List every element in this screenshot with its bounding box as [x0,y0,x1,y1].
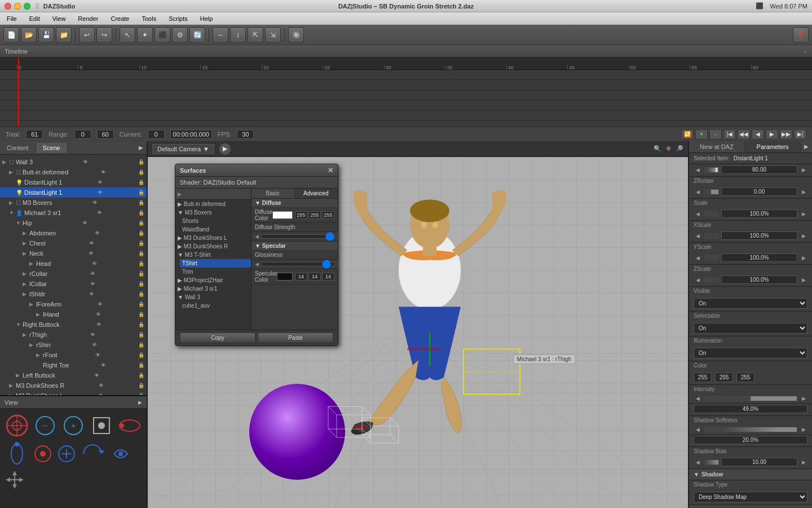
surf-tree-waistband[interactable]: WaistBand [180,225,251,234]
surf-tree-michael[interactable]: ▶ Michael 3 sr1 [175,284,251,293]
orbit-gizmo[interactable] [117,413,142,438]
tab-scene[interactable]: Scene [36,143,68,153]
visibility-icon[interactable]: 👁 [98,190,103,195]
toolbar-render[interactable]: 🔘 [288,27,304,43]
tree-rthigh[interactable]: ▶ rThigh 👁 🔒 [0,330,147,340]
tree-m3boxers[interactable]: ▶ ☐ M3 Boxers 👁 🔒 [0,198,147,208]
frame-gizmo[interactable] [89,413,114,438]
range-end[interactable]: 60 [97,130,114,139]
visibility-icon[interactable]: 👁 [90,271,95,277]
glossiness-value[interactable] [337,261,338,268]
zoom-icon[interactable]: 🔎 [676,145,683,152]
orbit-gizmo2[interactable] [5,441,29,466]
specular-color-swatch[interactable] [277,273,293,281]
rp-shadow-bias-inc[interactable]: ▶ [800,459,807,465]
menu-help[interactable]: Help [198,15,215,22]
surf-diffuse-header[interactable]: ▼ Diffuse [251,199,338,208]
rp-first-slider-dec[interactable]: ◀ [694,167,701,173]
menu-file[interactable]: File [5,15,19,22]
rp-zrotate-value[interactable] [721,187,797,196]
toolbar-move-z[interactable]: ⇱ [248,27,263,43]
tree-neck[interactable]: ▶ Neck 👁 🔒 [0,248,147,259]
timeline-ruler[interactable]: 0 5 10 15 20 25 30 35 40 45 50 55 60 [0,58,812,70]
rotate-axis-gizmo[interactable] [80,441,105,466]
lock-icon[interactable]: 🔒 [138,240,144,246]
surf-tree-cube1[interactable]: cube1_auv [180,301,251,310]
lock-icon[interactable]: 🔒 [138,352,144,358]
total-value[interactable]: 61 [26,130,43,139]
surf-tree-wall3[interactable]: ▼ Wall 3 [175,293,251,301]
visibility-icon[interactable]: 👁 [95,352,100,358]
diffuse-r-input[interactable] [295,211,307,219]
search-icon[interactable]: 🔍 [654,145,661,152]
scale-gizmo[interactable] [56,444,77,464]
surf-tree-shorts[interactable]: Shorts [180,217,251,225]
diffuse-g-input[interactable] [308,211,321,219]
tree-hip[interactable]: ▼ Hip 👁 🔒 [0,218,147,228]
surf-tree-dunkl[interactable]: ▶ M3 DunkShoes L [175,234,251,242]
lock-icon[interactable]: 🔒 [138,342,144,348]
tree-distantlight1-1[interactable]: 💡 DistantLight 1 👁 🔒 [0,177,147,187]
lock-icon[interactable]: 🔒 [138,190,144,195]
rp-illumination-select[interactable]: OnOff [694,348,807,358]
lock-icon[interactable]: 🔒 [138,291,144,297]
surf-tree-butt[interactable]: ▶ Butt-in deformed [175,200,251,208]
rp-yscale-dec[interactable]: ◀ [694,255,701,261]
rp-shadow-softness-slider[interactable] [704,427,797,432]
specular-g-input[interactable] [308,273,321,281]
toolbar-new[interactable]: 📄 [3,27,19,43]
visibility-icon[interactable]: 👁 [92,200,98,205]
lock-icon[interactable]: 🔒 [138,230,144,236]
visibility-icon[interactable]: 👁 [89,240,94,246]
rp-intensity-inc[interactable]: ▶ [800,396,807,401]
rp-shadow-softness-dec[interactable]: ◀ [694,427,701,432]
rp-zscale-slider[interactable] [704,277,719,283]
lock-icon[interactable]: 🔒 [138,159,144,165]
rp-yscale-slider[interactable] [704,255,719,261]
glossiness-range[interactable] [261,262,335,266]
fps-value[interactable]: 30 [237,130,254,139]
loop-btn[interactable]: 🔁 [681,129,694,139]
rp-selectable-select[interactable]: OnOff [694,323,807,334]
move-gizmo[interactable] [5,470,25,490]
toolbar-scale[interactable]: ⚙ [172,27,188,43]
rp-zscale-dec[interactable]: ◀ [694,277,701,283]
rp-intensity-dec[interactable]: ◀ [694,396,701,401]
tree-rshin[interactable]: ▶ rShin 👁 🔒 [0,340,147,350]
rp-zrotate-slider[interactable] [704,189,719,195]
current-value[interactable]: 0 [148,130,165,139]
visibility-icon[interactable]: 👁 [90,332,95,338]
tree-michael3[interactable]: ▼ 👤 Michael 3 sr1 👁 🔒 [0,208,147,218]
tree-dunkshoes-l[interactable]: ▶ M3 DunkShoes L 👁 🔒 [0,391,147,395]
rp-scale-inc[interactable]: ▶ [800,211,807,217]
lock-icon[interactable]: 🔒 [138,169,144,175]
visibility-icon[interactable]: 👁 [99,383,104,388]
rp-yscale-value[interactable] [721,253,797,262]
surf-tree-m3tshirt[interactable]: ▼ M3 T-Shirt [175,251,251,259]
rp-shadow-bias-value[interactable] [721,458,797,466]
rp-shadow-softness-inc[interactable]: ▶ [800,427,807,432]
target-gizmo[interactable] [33,444,53,464]
surfaces-tree[interactable]: ▶ ▶ Butt-in deformed ▼ M3 Boxers Shorts … [175,189,251,330]
rotation-gizmo[interactable] [5,413,29,438]
pb-prev[interactable]: ◀◀ [738,129,750,139]
rp-shadow-bias-dec[interactable]: ◀ [694,459,701,465]
toolbar-saveas[interactable]: 📁 [56,27,72,43]
surf-tree-tshirt[interactable]: TShirt [180,259,251,268]
rp-tab-new-at-daz[interactable]: New at DAZ [689,141,745,152]
pb-speed[interactable]: + [695,129,708,139]
rp-first-slider[interactable] [704,167,719,173]
tab-content[interactable]: Content [0,143,36,153]
lock-icon[interactable]: 🔒 [138,200,144,205]
menu-render[interactable]: Render [76,15,100,22]
toolbar-help[interactable]: ❓ [793,27,809,43]
lock-icon[interactable]: 🔒 [138,179,144,185]
rp-intensity-value-input[interactable] [694,405,807,413]
rp-xscale-dec[interactable]: ◀ [694,233,701,239]
visibility-icon[interactable]: 👁 [92,342,97,348]
tree-lcollar[interactable]: ▶ lCollar 👁 🔒 [0,279,147,289]
surf-tab-basic[interactable]: Basic [251,189,295,198]
toolbar-redo[interactable]: ↪ [96,27,112,43]
visibility-icon[interactable]: 👁 [98,179,103,185]
rp-color-r[interactable] [694,373,712,382]
